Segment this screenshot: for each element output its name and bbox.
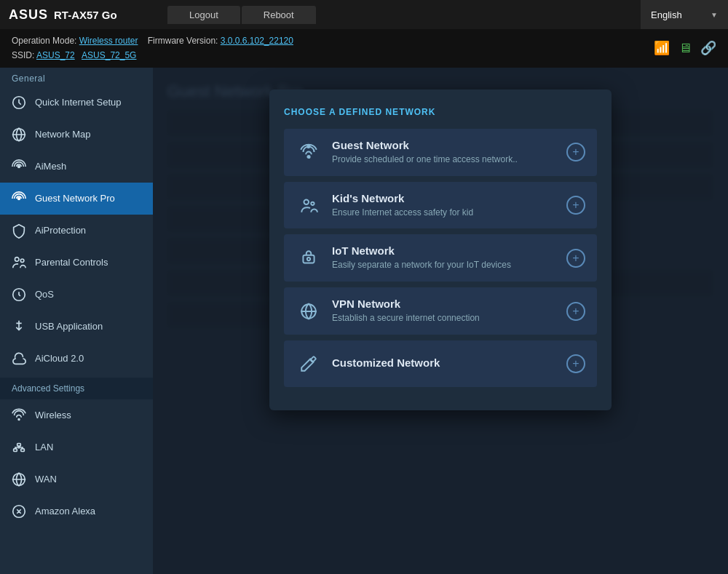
vpn-network-desc: Establish a secure internet connection [332,312,566,324]
aicloud-icon [10,350,28,367]
sidebar: General Quick Internet Setup Network Map… [0,68,153,574]
wan-icon [10,471,28,488]
customized-network-option[interactable]: Customized Network + [284,340,597,387]
wireless-icon [10,407,28,424]
sidebar-label-wan: WAN [35,474,57,485]
iot-network-option[interactable]: IoT Network Easily separate a network fo… [284,234,597,282]
firmware-value[interactable]: 3.0.0.6.102_22120 [221,36,293,46]
ssid-24ghz[interactable]: ASUS_72 [36,50,75,60]
sidebar-item-aicloud[interactable]: AiCloud 2.0 [0,343,153,375]
sidebar-item-lan[interactable]: LAN [0,431,153,463]
language-selector[interactable]: English ▼ [641,0,728,29]
svg-point-15 [304,199,309,204]
sidebar-item-aimesh[interactable]: AiMesh [0,151,153,183]
top-buttons: Logout Reboot [160,6,641,24]
reboot-button[interactable]: Reboot [242,6,316,24]
signal-strength-icon: 📶 [654,40,670,56]
kids-network-desc: Ensure Internet access safety for kid [332,207,566,219]
operation-mode-value[interactable]: Wireless router [79,36,138,46]
svg-rect-10 [21,449,25,452]
choose-network-modal: CHOOSE A DEFINED NETWORK Guest Network P… [269,89,612,410]
sidebar-label-amazon-alexa: Amazon Alexa [35,506,95,517]
status-icons: 📶 🖥 🔗 [654,40,716,56]
kids-network-option[interactable]: Kid's Network Ensure Internet access saf… [284,182,597,229]
sidebar-item-parental-controls[interactable]: Parental Controls [0,247,153,279]
sidebar-item-wireless[interactable]: Wireless [0,399,153,431]
model-name: RT-AX57 Go [54,9,117,21]
svg-rect-9 [17,443,21,446]
vpn-network-name: VPN Network [332,298,566,310]
ssid-label: SSID: [12,50,34,60]
modal-overlay: CHOOSE A DEFINED NETWORK Guest Network P… [153,68,728,574]
customized-network-name: Customized Network [332,356,566,369]
vpn-network-text: VPN Network Establish a secure internet … [332,298,566,324]
modal-header: CHOOSE A DEFINED NETWORK [284,107,597,117]
sidebar-label-wireless: Wireless [35,410,71,420]
logo-area: ASUS RT-AX57 Go [0,0,160,29]
vpn-network-option[interactable]: VPN Network Establish a secure internet … [284,287,597,335]
content-area: Guest Network Pro CHOOSE A DEFINED NETWO… [153,68,728,574]
svg-point-18 [307,258,310,260]
logout-button[interactable]: Logout [167,6,240,24]
customized-network-text: Customized Network [332,356,566,371]
guest-network-add-button[interactable]: + [566,143,585,162]
sidebar-label-aiprotection: AiProtection [35,225,86,236]
svg-point-7 [18,418,20,420]
sidebar-item-guest-network-pro[interactable]: Guest Network Pro [0,183,153,215]
svg-point-2 [18,165,20,167]
amazon-alexa-icon [10,503,28,520]
top-bar: ASUS RT-AX57 Go Logout Reboot English ▼ [0,0,728,29]
sidebar-label-parental-controls: Parental Controls [35,257,108,268]
qos-icon [10,286,28,303]
sidebar-label-usb-application: USB Application [35,321,103,332]
guest-network-option[interactable]: Guest Network Provide scheduled or one t… [284,129,597,176]
kids-network-icon [296,192,322,218]
kids-network-add-button[interactable]: + [566,196,585,215]
main-layout: General Quick Internet Setup Network Map… [0,68,728,574]
asus-logo: ASUS [9,7,48,23]
share-icon: 🔗 [700,40,716,56]
sidebar-item-network-map[interactable]: Network Map [0,119,153,151]
sidebar-item-wan[interactable]: WAN [0,463,153,495]
iot-network-desc: Easily separate a network for your IoT d… [332,259,566,271]
iot-network-name: IoT Network [332,244,566,257]
svg-rect-17 [303,255,314,263]
sidebar-item-amazon-alexa[interactable]: Amazon Alexa [0,495,153,527]
guest-network-text: Guest Network Provide scheduled or one t… [332,139,566,166]
firmware-label: Firmware Version: [148,36,218,46]
vpn-network-add-button[interactable]: + [566,302,585,321]
sidebar-item-quick-internet-setup[interactable]: Quick Internet Setup [0,87,153,119]
svg-point-5 [20,259,24,263]
usb-icon [10,318,28,335]
language-label: English [651,9,682,20]
aimesh-icon [10,158,28,175]
sidebar-label-lan: LAN [35,442,53,453]
iot-network-text: IoT Network Easily separate a network fo… [332,244,566,271]
customized-network-add-button[interactable]: + [566,354,585,373]
kids-network-name: Kid's Network [332,192,566,204]
sidebar-item-qos[interactable]: QoS [0,279,153,311]
svg-point-3 [18,197,20,199]
sidebar-label-aicloud: AiCloud 2.0 [35,353,84,364]
ssid-5ghz[interactable]: ASUS_72_5G [82,50,136,60]
sidebar-label-aimesh: AiMesh [35,161,66,172]
general-section-label: General [0,68,153,87]
language-arrow-icon: ▼ [711,11,718,19]
svg-point-14 [307,146,309,148]
sidebar-label-guest-network-pro: Guest Network Pro [35,193,115,204]
guest-network-pro-icon [10,190,28,207]
operation-mode-label: Operation Mode: [12,36,76,46]
kids-network-text: Kid's Network Ensure Internet access saf… [332,192,566,219]
sidebar-label-qos: QoS [35,289,54,300]
vpn-network-icon [296,298,322,324]
network-map-icon [10,126,28,143]
sidebar-item-usb-application[interactable]: USB Application [0,311,153,343]
guest-network-name: Guest Network [332,139,566,151]
status-info: Operation Mode: Wireless router Firmware… [12,33,293,63]
iot-network-add-button[interactable]: + [566,249,585,268]
svg-point-13 [307,156,309,158]
customized-network-icon [296,351,322,377]
sidebar-item-aiprotection[interactable]: AiProtection [0,215,153,247]
aiprotection-icon [10,222,28,239]
guest-network-icon [296,139,322,165]
